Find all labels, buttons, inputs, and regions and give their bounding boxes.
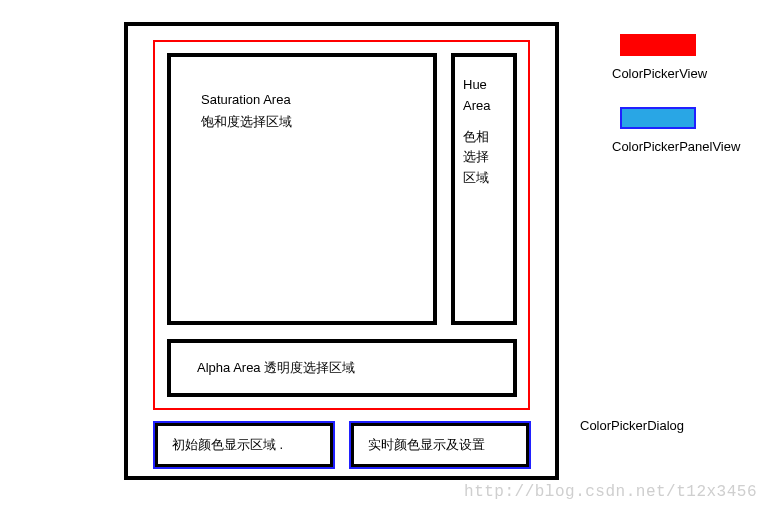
legend-swatch-red (620, 34, 696, 56)
hue-zh-line2: 选择 (463, 147, 513, 168)
realtime-color-label: 实时颜色显示及设置 (368, 436, 485, 454)
realtime-color-panel-inner: 实时颜色显示及设置 (351, 423, 529, 467)
initial-color-panel-inner: 初始颜色显示区域 . (155, 423, 333, 467)
legend-label-blue: ColorPickerPanelView (612, 139, 752, 154)
color-picker-panel-group: 初始颜色显示区域 . 实时颜色显示及设置 (153, 421, 530, 469)
saturation-area[interactable]: Saturation Area 饱和度选择区域 (167, 53, 437, 325)
hue-zh-line1: 色相 (463, 127, 513, 148)
initial-color-panel[interactable]: 初始颜色显示区域 . (153, 421, 335, 469)
saturation-title-en: Saturation Area (201, 89, 433, 111)
spacer (463, 117, 513, 127)
hue-title-en: Hue Area (463, 75, 513, 117)
watermark: http://blog.csdn.net/t12x3456 (464, 483, 757, 501)
legend-label-red: ColorPickerView (612, 66, 752, 81)
alpha-area[interactable]: Alpha Area 透明度选择区域 (167, 339, 517, 397)
color-picker-view-group: Saturation Area 饱和度选择区域 Hue Area 色相 选择 区… (153, 40, 530, 410)
legend-label-dialog: ColorPickerDialog (580, 418, 684, 433)
legend-swatch-blue (620, 107, 696, 129)
hue-area[interactable]: Hue Area 色相 选择 区域 (451, 53, 517, 325)
realtime-color-panel[interactable]: 实时颜色显示及设置 (349, 421, 531, 469)
legend: ColorPickerView ColorPickerPanelView (612, 34, 752, 180)
hue-zh-line3: 区域 (463, 168, 513, 189)
color-picker-dialog-container: Saturation Area 饱和度选择区域 Hue Area 色相 选择 区… (124, 22, 559, 480)
initial-color-label: 初始颜色显示区域 . (172, 436, 283, 454)
saturation-title-zh: 饱和度选择区域 (201, 111, 433, 133)
alpha-label: Alpha Area 透明度选择区域 (197, 360, 355, 375)
